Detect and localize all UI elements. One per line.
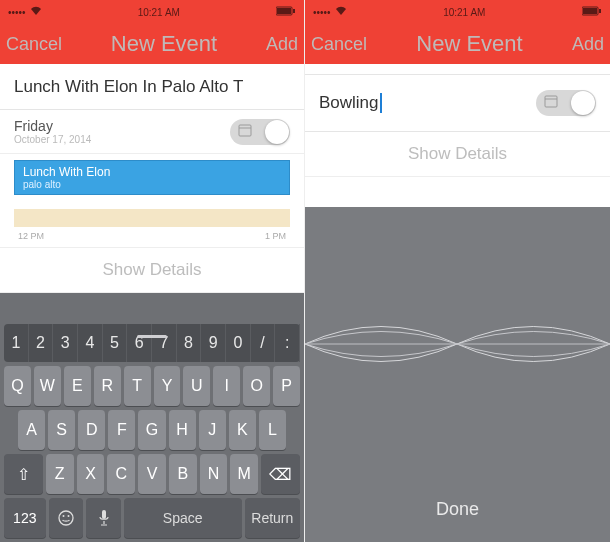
key-d[interactable]: D [78,410,105,450]
key-x[interactable]: X [77,454,105,494]
event-chip-sub: palo alto [23,179,281,190]
key-8[interactable]: 8 [177,324,202,362]
event-title-input[interactable]: Bowling [305,74,610,132]
key-space[interactable]: Space [124,498,242,538]
event-chip-title: Lunch With Elon [23,165,281,179]
battery-icon [276,6,296,18]
key-u[interactable]: U [183,366,210,406]
key-i[interactable]: I [213,366,240,406]
key-0[interactable]: 0 [226,324,251,362]
key-j[interactable]: J [199,410,226,450]
done-button[interactable]: Done [305,481,610,542]
key-e[interactable]: E [64,366,91,406]
event-title-text: Lunch With Elon In Palo Alto T [14,77,243,97]
toggle-knob [265,120,289,144]
svg-rect-11 [599,9,601,13]
allday-toggle[interactable] [536,90,596,116]
calendar-icon [544,94,558,110]
key-r[interactable]: R [94,366,121,406]
cancel-button[interactable]: Cancel [311,34,367,55]
key-1[interactable]: 1 [4,324,29,362]
key-f[interactable]: F [108,410,135,450]
add-button[interactable]: Add [266,34,298,55]
event-title-input[interactable]: Lunch With Elon In Palo Alto T [0,64,304,110]
key-4[interactable]: 4 [78,324,103,362]
key-123[interactable]: 123 [4,498,46,538]
event-chip[interactable]: Lunch With Elon palo alto [14,160,290,195]
page-title: New Event [416,31,522,57]
key-p[interactable]: P [273,366,300,406]
status-bar: ••••• 10:21 AM [305,0,610,24]
key-7[interactable]: 7 [152,324,177,362]
key-w[interactable]: W [34,366,61,406]
nav-bar: Cancel New Event Add [0,24,304,64]
key-shift[interactable]: ⇧ [4,454,43,494]
key-z[interactable]: Z [46,454,74,494]
key-mic[interactable] [86,498,121,538]
key-k[interactable]: K [229,410,256,450]
key-2[interactable]: 2 [29,324,54,362]
svg-rect-1 [277,8,291,14]
status-time: 10:21 AM [443,7,485,18]
event-title-text: Bowling [319,93,379,113]
status-time: 10:21 AM [138,7,180,18]
text-cursor [380,93,382,113]
key-l[interactable]: L [259,410,286,450]
phone-left: ••••• 10:21 AM Cancel New Event Add Lunc… [0,0,305,542]
keyboard: 1 2 3 4 5 6 7 8 9 0 / : Q W E R T Y U I … [0,293,304,542]
key-colon[interactable]: : [275,324,300,362]
svg-point-5 [59,511,73,525]
key-m[interactable]: M [230,454,258,494]
timeline-bar [14,209,290,227]
key-n[interactable]: N [200,454,228,494]
key-5[interactable]: 5 [103,324,128,362]
key-y[interactable]: Y [154,366,181,406]
key-g[interactable]: G [138,410,165,450]
time-labels: 12 PM 1 PM [0,229,304,248]
key-q[interactable]: Q [4,366,31,406]
key-3[interactable]: 3 [53,324,78,362]
svg-rect-12 [545,96,557,107]
svg-point-7 [67,515,69,517]
calendar-icon [238,123,252,139]
toggle-knob [571,91,595,115]
signal-icon: ••••• [8,7,26,18]
show-details-button[interactable]: Show Details [0,248,304,293]
key-a[interactable]: A [18,410,45,450]
battery-icon [582,6,602,18]
svg-rect-3 [239,125,251,136]
date-row: Friday October 17, 2014 [0,110,304,154]
svg-rect-8 [102,510,106,519]
date-full: October 17, 2014 [14,134,91,145]
key-6[interactable]: 6 [127,324,152,362]
svg-rect-2 [293,9,295,13]
svg-point-6 [62,515,64,517]
key-9[interactable]: 9 [201,324,226,362]
spacer [305,177,610,207]
nav-bar: Cancel New Event Add [305,24,610,64]
keyboard-number-row: 1 2 3 4 5 6 7 8 9 0 / : [4,324,300,362]
cancel-button[interactable]: Cancel [6,34,62,55]
allday-toggle[interactable] [230,119,290,145]
show-details-button[interactable]: Show Details [305,132,610,177]
key-o[interactable]: O [243,366,270,406]
siri-waveform[interactable] [305,207,610,481]
date-day: Friday [14,118,91,134]
keyboard-handle[interactable] [137,335,167,338]
key-t[interactable]: T [124,366,151,406]
wifi-icon [30,6,42,18]
wifi-icon [335,6,347,18]
key-backspace[interactable]: ⌫ [261,454,300,494]
page-title: New Event [111,31,217,57]
key-h[interactable]: H [169,410,196,450]
add-button[interactable]: Add [572,34,604,55]
key-v[interactable]: V [138,454,166,494]
key-return[interactable]: Return [245,498,300,538]
status-bar: ••••• 10:21 AM [0,0,304,24]
key-slash[interactable]: / [251,324,276,362]
key-s[interactable]: S [48,410,75,450]
key-c[interactable]: C [107,454,135,494]
key-b[interactable]: B [169,454,197,494]
key-emoji[interactable] [49,498,84,538]
time-end: 1 PM [265,231,286,241]
